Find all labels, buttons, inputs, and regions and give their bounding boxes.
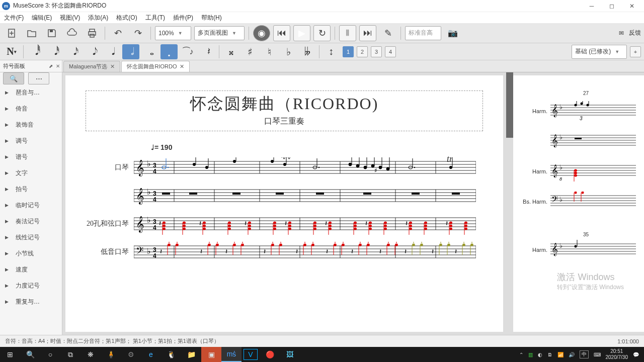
taskbar-app[interactable]: 🧍	[101, 347, 121, 362]
tuning-label[interactable]: 标准音高	[405, 26, 441, 40]
flip-button[interactable]: ↕	[323, 44, 340, 59]
tray-ime-icon[interactable]: ⌨	[594, 352, 601, 357]
open-button[interactable]	[23, 25, 40, 41]
view-mode-combo[interactable]: 多页面视图▼	[194, 26, 245, 40]
loop-start-button[interactable]: ⦀	[339, 25, 356, 41]
menu-plugins[interactable]: 插件(P)	[173, 14, 193, 22]
palette-item[interactable]: ▶力度记号	[0, 278, 62, 294]
feedback-icon[interactable]: ✉	[619, 30, 624, 37]
note-input-mode[interactable]: N▾	[3, 44, 20, 59]
palette-item[interactable]: ▶速度	[0, 261, 62, 278]
taskbar-app[interactable]: ❋	[80, 347, 101, 362]
taskbar-ie[interactable]: e	[141, 347, 161, 362]
palette-item[interactable]: ▶琶音与…	[0, 84, 62, 101]
duration-dot[interactable]: .	[160, 44, 178, 59]
flat-button[interactable]: ♭	[280, 44, 297, 59]
taskbar-app[interactable]: ⚙	[121, 347, 141, 362]
search-button[interactable]: 🔍	[20, 347, 40, 362]
staff-2[interactable]: 𝄞♭34	[134, 186, 483, 206]
palette-close-icon[interactable]: ✕	[56, 63, 60, 69]
metronome-button[interactable]: ◉	[253, 25, 270, 41]
voice-4[interactable]: 4	[385, 46, 396, 57]
score-viewport[interactable]: 怀念圆舞曲（RICORDO) 口琴三重奏 ♩= 190 tr 口琴	[62, 72, 644, 335]
workspace-combo[interactable]: 基础 (已修改)▼	[572, 45, 627, 59]
tray-notifications-icon[interactable]: 💬	[633, 352, 639, 357]
palette-search-button[interactable]: 🔍	[3, 72, 24, 84]
tab-malaguena[interactable]: Malaguena节选✕	[63, 61, 120, 72]
sharp-button[interactable]: ♯	[242, 44, 259, 59]
score-subtitle[interactable]: 口琴三重奏	[91, 116, 477, 127]
tray-icon[interactable]: 🗎	[547, 352, 552, 357]
voice-2[interactable]: 2	[357, 46, 368, 57]
rest-button[interactable]: 𝄽	[199, 44, 216, 59]
task-view-button[interactable]: ⧉	[60, 347, 80, 362]
natural-button[interactable]: ♮	[261, 44, 278, 59]
duration-16th[interactable]: 𝅘𝅥𝅯	[65, 44, 82, 59]
tray-date[interactable]: 2020/7/30	[606, 354, 628, 360]
palette-more-button[interactable]: ⋯	[28, 72, 49, 84]
close-icon[interactable]: ✕	[110, 63, 115, 70]
taskbar-app[interactable]: ▣	[201, 347, 221, 362]
taskbar-photos[interactable]: 🖼	[280, 347, 300, 362]
instrument-label[interactable]: 口琴	[86, 163, 134, 172]
tray-icon[interactable]: ◐	[538, 352, 542, 357]
instrument-label[interactable]: 低音口琴	[86, 247, 134, 256]
print-button[interactable]	[84, 25, 101, 41]
menu-view[interactable]: 视图(V)	[60, 14, 80, 22]
feedback-label[interactable]: 反馈	[629, 29, 641, 37]
menu-edit[interactable]: 编辑(E)	[32, 14, 52, 22]
tray-ime[interactable]: 中	[580, 350, 589, 358]
new-file-button[interactable]	[3, 25, 20, 41]
palette-item[interactable]: ▶文字	[0, 165, 62, 181]
rewind-button[interactable]: ⏮	[273, 25, 290, 41]
palette-item[interactable]: ▶倚音	[0, 101, 62, 117]
duration-64th[interactable]: 𝅘𝅥𝅱	[27, 44, 44, 59]
menu-add[interactable]: 添加(A)	[88, 14, 108, 22]
voice-3[interactable]: 3	[371, 46, 382, 57]
cortana-button[interactable]: ○	[40, 347, 60, 362]
palette-item[interactable]: ▶线性记号	[0, 229, 62, 245]
palette-float-icon[interactable]: ⬈	[49, 63, 53, 69]
palette-item[interactable]: ▶临时记号	[0, 197, 62, 213]
tempo-marking[interactable]: ♩= 190	[151, 143, 483, 151]
menu-format[interactable]: 格式(O)	[116, 14, 137, 22]
tray-wifi-icon[interactable]: 📶	[557, 352, 564, 357]
start-button[interactable]: ⊞	[0, 347, 20, 362]
duration-32nd[interactable]: 𝅘𝅥𝅰	[46, 44, 63, 59]
voice-1[interactable]: 1	[343, 46, 354, 57]
palette-item[interactable]: ▶小节线	[0, 245, 62, 261]
palette-item[interactable]: ▶调号	[0, 133, 62, 149]
duration-half[interactable]: 𝅗𝅥	[122, 44, 139, 59]
menu-help[interactable]: 帮助(H)	[201, 14, 222, 22]
palette-item[interactable]: ▶奏法记号	[0, 213, 62, 229]
palette-item[interactable]: ▶重复与…	[0, 294, 62, 310]
taskbar-chrome[interactable]: 🔴	[260, 347, 280, 362]
tray-chevron-icon[interactable]: ⌃	[519, 352, 523, 357]
taskbar-app[interactable]: V	[244, 349, 258, 360]
tray-volume-icon[interactable]: 🔊	[569, 352, 575, 357]
cloud-button[interactable]	[63, 25, 80, 41]
loop-button[interactable]: ↻	[313, 25, 331, 41]
save-button[interactable]	[43, 25, 60, 41]
minimize-button[interactable]: ─	[582, 0, 602, 12]
undo-button[interactable]: ↶	[109, 25, 126, 41]
sharp2-button[interactable]: 𝄪	[222, 44, 239, 59]
menu-file[interactable]: 文件(F)	[4, 14, 24, 22]
redo-button[interactable]: ↷	[129, 25, 146, 41]
duration-quarter[interactable]: 𝅘𝅥	[103, 44, 120, 59]
staff-3[interactable]: 𝄞♭34 𝄽𝄽𝄽𝄽𝄽𝄽𝄽𝄽	[134, 214, 483, 234]
tray-clock[interactable]: 20:51	[606, 348, 628, 354]
staff-1[interactable]: 𝄞 ♭ 3 4	[134, 157, 483, 177]
taskbar-explorer[interactable]: 📁	[181, 347, 201, 362]
tray-icon[interactable]: ▥	[528, 352, 533, 357]
loop-end-button[interactable]: ⏭	[359, 25, 376, 41]
taskbar-app[interactable]: 🐧	[161, 347, 181, 362]
play-button[interactable]: ▶	[293, 25, 310, 41]
close-icon[interactable]: ✕	[180, 63, 184, 70]
palette-item[interactable]: ▶装饰音	[0, 117, 62, 133]
add-workspace-button[interactable]: +	[630, 46, 641, 57]
vertical-scrollbar[interactable]	[506, 72, 513, 335]
palette-item[interactable]: ▶谱号	[0, 149, 62, 165]
close-button[interactable]: ✕	[622, 0, 642, 12]
palette-item[interactable]: ▶拍号	[0, 181, 62, 197]
